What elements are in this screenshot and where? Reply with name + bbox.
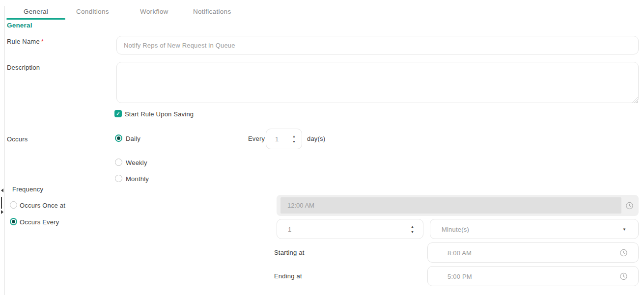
tab-workflow[interactable]: Workflow [140,8,168,15]
clock-icon[interactable] [620,249,627,256]
radio-occurs-every[interactable] [10,218,17,225]
daily-interval-value[interactable]: 1 [275,135,279,143]
ending-at-field[interactable]: 5:00 PM [427,266,639,286]
active-tab-indicator [6,18,65,20]
tab-general[interactable]: General [24,8,48,15]
stepper-down-icon[interactable]: ▼ [292,140,296,143]
panel-divider [4,6,5,295]
radio-occurs-once-label[interactable]: Occurs Once at [20,202,65,209]
radio-occurs-once[interactable] [10,201,17,209]
rule-name-label: Rule Name* [7,38,44,45]
tab-notifications[interactable]: Notifications [193,8,231,15]
radio-daily[interactable] [115,134,122,142]
ending-at-value[interactable]: 5:00 PM [448,272,472,280]
checkmark-icon: ✓ [116,111,120,116]
interval-unit-select[interactable]: Minute(s) ▼ [430,219,639,239]
occurs-label: Occurs [7,135,28,143]
once-time-value: 12:00 AM [280,197,621,214]
radio-monthly[interactable] [115,175,122,182]
splitter-handle[interactable] [1,197,2,209]
radio-monthly-label[interactable]: Monthly [126,175,149,183]
start-rule-checkbox[interactable]: ✓ [114,110,122,117]
frequency-label: Frequency [12,186,43,193]
every-interval-stepper[interactable]: 1 ▲ ▼ [277,219,423,239]
every-prefix-label: Every [248,135,265,142]
stepper-up-icon[interactable]: ▲ [292,134,296,138]
rule-name-input[interactable] [116,36,639,54]
description-label: Description [7,64,40,71]
daily-interval-stepper[interactable]: 1 ▲ ▼ [266,129,302,149]
description-textarea[interactable] [116,62,639,103]
radio-weekly-label[interactable]: Weekly [126,159,147,166]
stepper-down-icon[interactable]: ▼ [411,230,414,234]
starting-at-value[interactable]: 8:00 AM [448,249,472,256]
required-asterisk: * [41,38,44,45]
radio-weekly[interactable] [115,159,122,166]
clock-icon[interactable] [620,272,627,280]
rule-editor-page: General Conditions Workflow Notification… [0,0,644,295]
ending-at-label: Ending at [274,272,302,280]
tab-conditions[interactable]: Conditions [76,8,109,15]
radio-occurs-every-label[interactable]: Occurs Every [20,218,59,226]
stepper-up-icon[interactable]: ▲ [411,225,414,228]
clock-icon [626,202,633,209]
once-time-field: 12:00 AM [277,195,639,216]
rule-name-label-text: Rule Name [7,38,40,45]
chevron-down-icon: ▼ [622,227,626,231]
radio-daily-label[interactable]: Daily [126,135,140,142]
collapse-left-icon[interactable] [1,188,3,192]
interval-unit-value: Minute(s) [442,225,469,233]
section-heading: General [7,22,32,29]
starting-at-label: Starting at [274,249,304,256]
start-rule-label: Start Rule Upon Saving [125,110,194,118]
days-suffix-label: day(s) [307,135,325,142]
expand-right-icon[interactable] [1,210,3,214]
starting-at-field[interactable]: 8:00 AM [427,242,639,263]
every-interval-value[interactable]: 1 [288,225,291,233]
